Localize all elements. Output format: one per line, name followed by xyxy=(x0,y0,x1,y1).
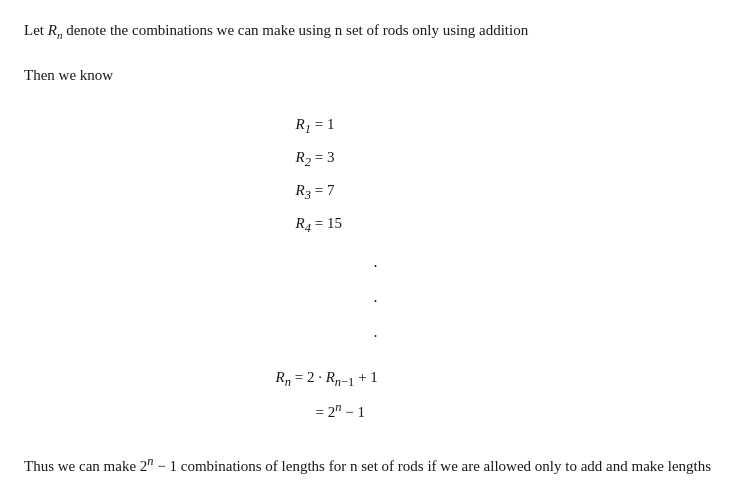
equation-R4: R4 = 15 xyxy=(296,208,456,241)
equation-R3: R3 = 7 xyxy=(296,175,456,208)
equations-block: R1 = 1 R2 = 3 R3 = 7 R4 = 15 · · · Rn = … xyxy=(24,109,727,428)
equation-R1: R1 = 1 xyxy=(296,109,456,142)
dot-3: · xyxy=(374,319,378,354)
equation-R2: R2 = 3 xyxy=(296,142,456,175)
then-we-know-text: Then we know xyxy=(24,63,727,87)
intro-paragraph: Let Rn denote the combinations we can ma… xyxy=(24,18,727,45)
recurrence-line2: = 2n − 1 xyxy=(276,395,476,427)
dot-2: · xyxy=(374,284,378,319)
R-variable: Rn xyxy=(48,22,63,38)
recurrence-line1: Rn = 2 · Rn−1 + 1 xyxy=(276,362,476,395)
conclusion-paragraph: Thus we can make 2n − 1 combinations of … xyxy=(24,451,727,479)
ellipsis-dots: · · · xyxy=(374,249,378,355)
dot-1: · xyxy=(374,249,378,284)
